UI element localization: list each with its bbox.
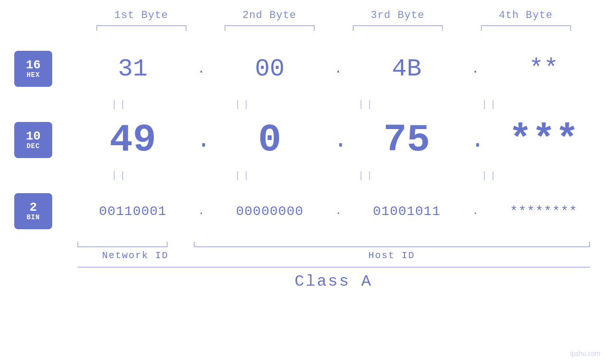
bracket-4 [481, 25, 571, 31]
bin-base-num: 2 [29, 201, 37, 214]
bin-byte4: ******** [494, 204, 593, 219]
dec-byte1: 49 [83, 118, 183, 162]
bin-dot1: . [197, 205, 206, 217]
byte3-header: 3rd Byte [346, 9, 450, 21]
hex-byte3: 4B [357, 55, 457, 83]
bin-badge: 2 BIN [14, 193, 52, 229]
hex-badge: 16 HEX [14, 51, 52, 87]
dec-values: 49 . 0 . 75 . *** [66, 118, 610, 162]
equals-row-2: || || || || [0, 168, 610, 183]
eq1-b2: || [194, 99, 293, 110]
bin-base-label: BIN [27, 214, 40, 221]
dec-byte3: 75 [357, 118, 457, 162]
id-labels-row: Network ID Host ID [77, 250, 590, 261]
dec-row: 10 DEC 49 . 0 . 75 . *** [0, 112, 610, 168]
byte4-header: 4th Byte [474, 9, 578, 21]
dec-byte4: *** [494, 118, 593, 162]
bin-byte3: 01001011 [357, 204, 457, 219]
hex-base-num: 16 [26, 59, 40, 71]
main-container: 1st Byte 2nd Byte 3rd Byte 4th Byte 16 H… [0, 0, 610, 364]
class-bracket-line [77, 267, 590, 268]
host-id-label: Host ID [194, 250, 590, 261]
hex-byte4: ** [494, 55, 593, 83]
hex-dot2: . [333, 62, 343, 76]
dec-dot3: . [470, 127, 480, 154]
hex-values: 31 . 00 . 4B . ** [66, 55, 610, 83]
dec-base-num: 10 [26, 130, 40, 142]
dec-badge: 10 DEC [14, 122, 52, 158]
hex-dot3: . [470, 62, 480, 76]
hex-byte1: 31 [83, 55, 183, 83]
top-brackets [77, 25, 590, 31]
equals-row-1: || || || || [0, 97, 610, 112]
byte1-header: 1st Byte [89, 9, 194, 21]
bin-dot3: . [470, 205, 480, 217]
bracket-3 [353, 25, 443, 31]
eq2-b4: || [441, 170, 540, 181]
hex-byte2: 00 [220, 55, 319, 83]
eq2-b3: || [317, 170, 417, 181]
bin-row: 2 BIN 00110001 . 00000000 . 01001011 . *… [0, 183, 610, 240]
dec-dot1: . [197, 127, 206, 154]
hex-base-label: HEX [27, 71, 40, 79]
network-id-bracket [77, 242, 168, 247]
bracket-2 [225, 25, 315, 31]
bin-byte1: 00110001 [83, 204, 183, 219]
dec-base-label: DEC [27, 142, 40, 150]
bin-dot2: . [333, 205, 343, 217]
watermark: ipshu.com [570, 350, 601, 357]
hex-dot1: . [197, 62, 206, 76]
class-label: Class A [77, 272, 590, 290]
host-id-bracket [194, 242, 590, 247]
byte-headers: 1st Byte 2nd Byte 3rd Byte 4th Byte [77, 9, 590, 21]
eq2-b2: || [194, 170, 293, 181]
dec-dot2: . [333, 127, 343, 154]
eq1-b3: || [317, 99, 417, 110]
bin-byte2: 00000000 [220, 204, 319, 219]
byte2-header: 2nd Byte [217, 9, 322, 21]
bin-values: 00110001 . 00000000 . 01001011 . *******… [66, 204, 610, 219]
dec-byte2: 0 [220, 118, 319, 162]
hex-row: 16 HEX 31 . 00 . 4B . ** [0, 40, 610, 97]
bottom-brackets-container [77, 242, 590, 247]
eq1-b4: || [441, 99, 540, 110]
bracket-1 [96, 25, 187, 31]
eq2-b1: || [70, 170, 170, 181]
network-id-label: Network ID [77, 250, 194, 261]
eq1-b1: || [70, 99, 170, 110]
